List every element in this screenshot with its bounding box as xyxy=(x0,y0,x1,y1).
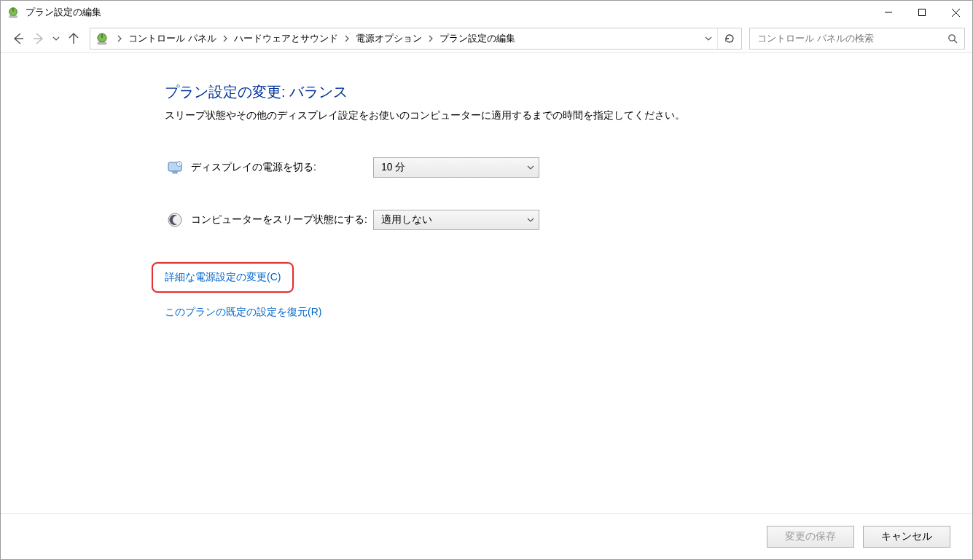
search-icon[interactable] xyxy=(945,33,960,44)
up-button[interactable] xyxy=(65,30,82,47)
page-body: プラン設定の変更: バランス スリープ状態やその他のディスプレイ設定をお使いのコ… xyxy=(165,82,943,336)
restore-defaults-link[interactable]: このプランの既定の設定を復元(R) xyxy=(165,306,943,319)
svg-point-5 xyxy=(949,34,955,40)
display-off-value: 10 分 xyxy=(381,161,523,174)
search-placeholder: コントロール パネルの検索 xyxy=(757,32,945,45)
page-description: スリープ状態やその他のディスプレイ設定をお使いのコンピューターに適用するまでの時… xyxy=(165,109,943,122)
content-area: プラン設定の変更: バランス スリープ状態やその他のディスプレイ設定をお使いのコ… xyxy=(1,53,972,513)
footer: 変更の保存 キャンセル xyxy=(1,513,972,559)
window-frame: プラン設定の編集 xyxy=(0,0,973,560)
chevron-right-icon[interactable] xyxy=(114,35,125,42)
moon-icon xyxy=(165,211,185,229)
recent-locations-button[interactable] xyxy=(50,35,62,42)
refresh-button[interactable] xyxy=(717,28,741,49)
sleep-combo[interactable]: 適用しない xyxy=(373,210,539,230)
minimize-button[interactable] xyxy=(872,1,905,24)
app-icon xyxy=(7,6,20,19)
chevron-down-icon xyxy=(523,164,539,171)
chevron-right-icon[interactable] xyxy=(341,35,353,42)
display-icon xyxy=(165,159,185,176)
page-heading: プラン設定の変更: バランス xyxy=(165,82,943,102)
display-off-combo[interactable]: 10 分 xyxy=(373,157,539,178)
window-controls xyxy=(872,1,972,24)
svg-rect-4 xyxy=(98,42,106,44)
maximize-button[interactable] xyxy=(905,1,939,24)
sleep-row: コンピューターをスリープ状態にする: 適用しない xyxy=(165,210,943,230)
address-icon xyxy=(95,31,109,46)
advanced-settings-link[interactable]: 詳細な電源設定の変更(C) xyxy=(152,262,294,293)
forward-button[interactable] xyxy=(30,30,47,47)
back-button[interactable] xyxy=(9,30,27,47)
svg-rect-2 xyxy=(919,9,926,16)
navigation-row: コントロール パネル ハードウェアとサウンド 電源オプション プラン設定の編集 xyxy=(1,24,972,53)
chevron-down-icon xyxy=(523,216,539,224)
breadcrumb-item[interactable]: プラン設定の編集 xyxy=(437,32,518,45)
breadcrumb-item[interactable]: 電源オプション xyxy=(353,32,425,45)
breadcrumb-item[interactable]: ハードウェアとサウンド xyxy=(231,32,341,45)
address-bar[interactable]: コントロール パネル ハードウェアとサウンド 電源オプション プラン設定の編集 xyxy=(90,28,742,50)
display-off-row: ディスプレイの電源を切る: 10 分 xyxy=(165,157,943,178)
links-section: 詳細な電源設定の変更(C) このプランの既定の設定を復元(R) xyxy=(165,262,943,319)
sleep-label: コンピューターをスリープ状態にする: xyxy=(191,213,373,226)
sleep-value: 適用しない xyxy=(381,213,523,226)
breadcrumb-item[interactable]: コントロール パネル xyxy=(125,32,219,45)
search-box[interactable]: コントロール パネルの検索 xyxy=(749,28,965,50)
cancel-button[interactable]: キャンセル xyxy=(863,526,950,548)
display-off-label: ディスプレイの電源を切る: xyxy=(191,161,373,174)
chevron-right-icon[interactable] xyxy=(425,35,437,42)
title-bar: プラン設定の編集 xyxy=(1,1,972,24)
svg-rect-1 xyxy=(9,16,17,18)
save-button[interactable]: 変更の保存 xyxy=(767,526,854,548)
window-title: プラン設定の編集 xyxy=(26,6,101,19)
address-dropdown-button[interactable] xyxy=(700,28,717,49)
svg-rect-7 xyxy=(173,172,177,173)
close-button[interactable] xyxy=(939,1,972,24)
chevron-right-icon[interactable] xyxy=(219,35,231,42)
